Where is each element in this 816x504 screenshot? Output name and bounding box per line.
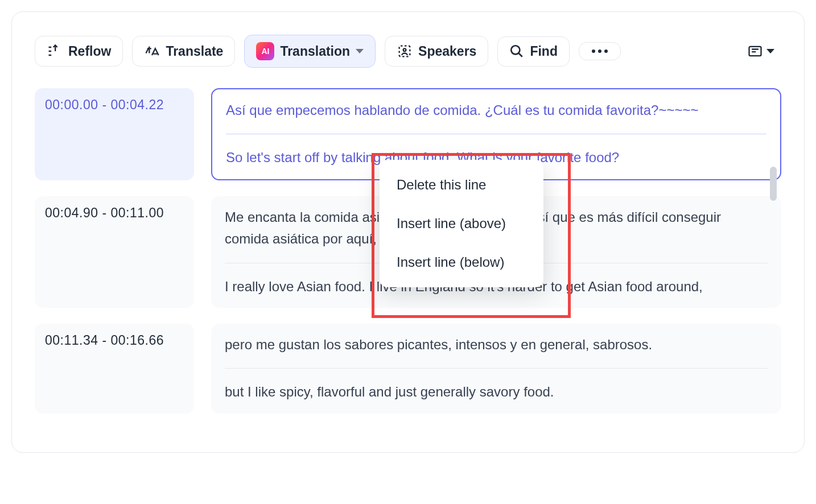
translation-label: Translation <box>280 44 350 59</box>
speakers-label: Speakers <box>418 44 476 59</box>
translate-icon <box>144 43 160 59</box>
chevron-down-icon <box>356 49 364 53</box>
divider <box>226 134 766 134</box>
more-button[interactable] <box>579 42 621 60</box>
translate-button[interactable]: Translate <box>132 36 235 67</box>
speakers-button[interactable]: Speakers <box>385 36 488 67</box>
scrollbar[interactable] <box>770 167 777 201</box>
speakers-icon <box>397 43 413 59</box>
editor-container: Reflow Translate AI Translation <box>11 11 805 453</box>
reflow-label: Reflow <box>68 44 111 59</box>
svg-point-2 <box>512 46 520 54</box>
more-icon <box>592 49 608 53</box>
insert-below-item[interactable]: Insert line (below) <box>380 243 543 282</box>
translation-text[interactable]: but I like spicy, flavorful and just gen… <box>225 381 768 403</box>
search-icon <box>509 44 524 59</box>
timestamp[interactable]: 00:04.90 - 00:11.00 <box>35 196 194 308</box>
source-text[interactable]: Así que empecemos hablando de comida. ¿C… <box>226 100 766 121</box>
ai-icon: AI <box>256 42 274 60</box>
segment-content[interactable]: pero me gustan los sabores picantes, int… <box>211 324 781 414</box>
translation-dropdown-button[interactable]: AI Translation <box>244 35 376 68</box>
reflow-button[interactable]: Reflow <box>35 36 123 67</box>
insert-above-item[interactable]: Insert line (above) <box>380 204 543 243</box>
find-label: Find <box>530 44 558 59</box>
delete-line-item[interactable]: Delete this line <box>380 166 543 204</box>
divider <box>225 368 768 369</box>
toolbar: Reflow Translate AI Translation <box>35 35 781 68</box>
source-text[interactable]: pero me gustan los sabores picantes, int… <box>225 334 768 356</box>
svg-point-1 <box>403 48 406 51</box>
context-menu: Delete this line Insert line (above) Ins… <box>380 160 543 287</box>
reflow-icon <box>47 43 63 59</box>
translate-label: Translate <box>166 44 223 59</box>
view-toggle-icon <box>747 43 774 59</box>
segment-row: 00:11.34 - 00:16.66 pero me gustan los s… <box>35 324 781 414</box>
timestamp[interactable]: 00:11.34 - 00:16.66 <box>35 324 194 414</box>
timestamp[interactable]: 00:00.00 - 00:04.22 <box>35 88 194 180</box>
view-toggle-button[interactable] <box>740 39 781 64</box>
find-button[interactable]: Find <box>497 36 570 67</box>
